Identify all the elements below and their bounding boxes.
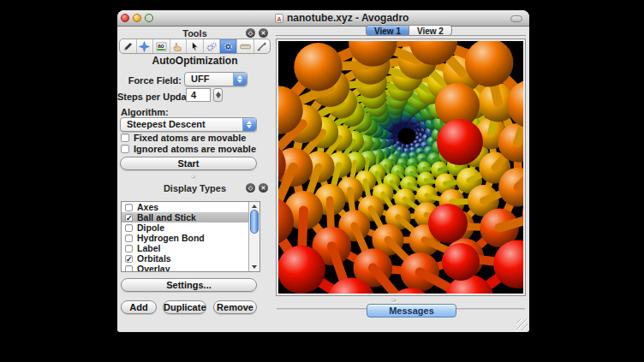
fixed-atoms-checkbox[interactable]: Fixed atoms are movable [121, 133, 246, 143]
messages-button[interactable]: Messages [367, 304, 456, 317]
duplicate-button[interactable]: Duplicate [163, 300, 206, 314]
remove-button[interactable]: Remove [213, 300, 257, 314]
display-type-label: Label [137, 243, 160, 253]
tab-view-2[interactable]: View 2 [408, 25, 452, 36]
selection-tool-button[interactable] [187, 39, 204, 53]
force-field-value: UFF [191, 73, 209, 86]
display-type-row[interactable]: Label [122, 243, 259, 253]
minimize-window-button[interactable] [133, 14, 141, 22]
bottom-splitter-handle[interactable] [391, 299, 396, 302]
display-type-checkbox[interactable]: ✓ [125, 255, 133, 263]
steps-per-update-field[interactable]: 4 [186, 88, 211, 102]
tools-float-button[interactable]: ◇ [246, 28, 255, 38]
display-type-row[interactable]: Dipole [122, 223, 259, 233]
navigate-tool-button[interactable] [137, 39, 154, 53]
navigate-tool-icon [139, 41, 150, 52]
display-type-row[interactable]: Hydrogen Bond [122, 233, 259, 243]
display-type-row[interactable]: ✓Orbitals [122, 253, 259, 264]
display-type-checkbox[interactable]: ✓ [125, 214, 133, 222]
manipulate-tool-button[interactable] [170, 39, 188, 53]
measure-tool-button[interactable] [237, 39, 254, 53]
auto-rotate-tool-button[interactable] [204, 39, 221, 53]
display-list-scrollbar[interactable] [248, 202, 259, 271]
display-type-checkbox[interactable] [125, 245, 133, 252]
measure-tool-icon [240, 41, 251, 52]
settings-button[interactable]: Settings... [121, 278, 257, 292]
algorithm-select[interactable]: Steepest Descent [120, 117, 257, 132]
display-types-list[interactable]: Axes✓Ball and StickDipoleHydrogen BondLa… [121, 201, 260, 272]
desktop: { "window": { "title": "nanotube.xyz - A… [0, 0, 644, 362]
display-type-checkbox[interactable] [125, 265, 133, 273]
display-type-label: Overlay [137, 264, 170, 272]
titlebar[interactable]: A nanotube.xyz - Avogadro [117, 10, 529, 27]
display-type-label: Hydrogen Bond [137, 233, 205, 243]
close-window-button[interactable] [121, 14, 129, 22]
tools-close-button[interactable]: ✕ [259, 28, 268, 38]
auto-optimize-tool-icon [223, 41, 234, 52]
display-type-row[interactable]: Overlay [122, 264, 259, 272]
tool-toolbar: ao [119, 39, 271, 54]
draw-tool-icon [122, 41, 134, 52]
autoopt-title: AutoOptimization [117, 55, 272, 67]
display-type-checkbox[interactable] [125, 224, 133, 232]
display-types-float-button[interactable]: ◇ [246, 183, 255, 193]
bond-centric-tool-button[interactable]: ao [153, 39, 170, 53]
dock-splitter-handle[interactable] [191, 175, 195, 179]
display-type-label: Ball and Stick [137, 212, 196, 223]
draw-tool-button[interactable] [120, 39, 137, 53]
scrollbar-thumb[interactable] [250, 210, 259, 234]
display-type-row[interactable]: Axes [122, 202, 259, 212]
checkbox-box[interactable] [121, 134, 129, 142]
svg-text:ao: ao [158, 43, 164, 49]
document-proxy-icon: A [275, 14, 283, 23]
scroll-up-icon[interactable] [252, 205, 257, 208]
align-tool-button[interactable] [254, 39, 271, 53]
checkbox-box[interactable] [121, 145, 129, 153]
algorithm-label: Algorithm: [121, 107, 169, 117]
toolbar-toggle-button[interactable] [510, 15, 522, 22]
display-type-label: Dipole [137, 223, 164, 233]
view-tabbar: View 1View 2 [366, 25, 452, 36]
display-type-checkbox[interactable] [125, 234, 133, 242]
popup-arrows-icon [233, 73, 247, 86]
tab-view-1[interactable]: View 1 [366, 25, 408, 36]
steps-per-update-label: Steps per Update: [117, 92, 182, 102]
gl-frame [276, 39, 526, 296]
display-type-checkbox[interactable] [125, 204, 133, 211]
force-field-label: Force Field: [117, 75, 182, 86]
add-button[interactable]: Add [121, 300, 157, 314]
avogadro-window: A nanotube.xyz - Avogadro Tools ◇ ✕ ao A… [117, 10, 529, 332]
molecule-viewport[interactable] [278, 41, 523, 294]
bond-centric-tool-icon: ao [156, 41, 167, 52]
zoom-window-button[interactable] [145, 14, 153, 22]
display-type-label: Axes [137, 202, 158, 212]
selection-tool-icon [189, 41, 200, 52]
display-type-label: Orbitals [137, 253, 171, 264]
popup-arrows-icon [242, 118, 256, 131]
auto-rotate-tool-icon [206, 41, 218, 52]
display-types-close-button[interactable]: ✕ [259, 183, 268, 193]
algorithm-value: Steepest Descent [127, 118, 206, 131]
manipulate-tool-icon [172, 41, 183, 52]
resize-grip[interactable] [516, 319, 528, 330]
steps-stepper[interactable] [213, 88, 223, 102]
align-tool-icon [256, 41, 267, 52]
scroll-down-icon[interactable] [252, 265, 257, 269]
start-button[interactable]: Start [120, 157, 257, 170]
display-type-row[interactable]: ✓Ball and Stick [122, 212, 259, 223]
ignored-atoms-checkbox[interactable]: Ignored atoms are movable [121, 144, 256, 154]
checkbox-label: Fixed atoms are movable [134, 133, 246, 143]
checkbox-label: Ignored atoms are movable [134, 144, 256, 154]
nanotube-render [278, 41, 523, 294]
force-field-select[interactable]: UFF [184, 72, 247, 86]
auto-optimize-tool-button[interactable] [220, 39, 237, 53]
